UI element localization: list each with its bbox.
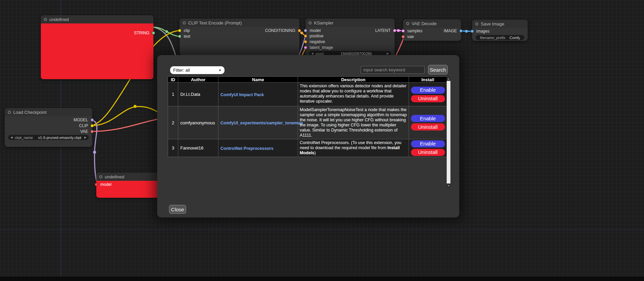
node-title: undefined [105,174,124,179]
cell-id: 1 [168,83,178,106]
slot-label: positive [310,34,324,38]
output-slot-latent: LATENT [306,28,395,33]
slot-label: LATENT [375,28,391,33]
link-midpoint-dot [165,30,168,33]
custom-nodes-dialog: Filter: all ▼ Search ID Author Name Desc… [157,55,459,217]
table-row: 1 Dr.Lt.Data ComfyUI Impact Pack This ex… [168,83,447,106]
node-title: undefined [49,17,69,22]
filter-select[interactable]: Filter: all ▼ [170,66,225,74]
node-clip-text-encode[interactable]: CLIP Text Encode (Prompt) clip text COND… [180,19,299,55]
slot-label: CLIP [79,123,88,128]
cell-author: Fannovel16 [178,139,218,157]
scroll-down-icon[interactable]: ▼ [447,183,450,188]
input-pin-vae[interactable] [401,35,405,38]
input-pin-images[interactable] [470,30,474,33]
widget-value[interactable]: ComfyUI [510,36,520,40]
output-pin-clip[interactable] [90,124,94,127]
increment-arrow-icon[interactable]: ▶ [387,52,389,55]
input-pin-negative[interactable] [304,40,307,43]
next-arrow-icon[interactable]: ▶ [84,136,86,139]
node-title-bar[interactable]: VAE Decode [403,19,461,28]
node-title: KSampler [314,20,333,25]
link-midpoint-dot [134,105,137,108]
table-row: 2 comfyanonymous ComfyUI_experiments/sam… [168,106,447,139]
link-midpoint-dot [93,151,96,154]
widget-label: ckpt_name [15,136,33,140]
input-pin-positive[interactable] [304,34,307,38]
extension-link[interactable]: ControlNet Preprocessors [220,146,274,151]
output-pin-model[interactable] [90,118,94,122]
node-save-image[interactable]: Save Image images filename_prefix ComfyU… [472,20,528,41]
input-pin-text[interactable] [178,35,181,38]
enable-button[interactable]: Enable [411,115,445,122]
cell-install: Enable Uninstall [409,139,447,157]
output-pin-conditioning[interactable] [298,29,301,32]
output-pin-string[interactable] [152,31,155,35]
search-input[interactable] [361,66,425,74]
widget-value[interactable]: v1-5-pruned-emaonly.ckpt [38,136,81,140]
output-pin-image[interactable] [459,29,463,33]
output-slot-conditioning: CONDITIONING [180,28,299,33]
collapse-dot-icon[interactable] [309,21,312,24]
cell-id: 2 [168,106,178,139]
slot-label: MODEL [73,118,88,122]
collapse-dot-icon[interactable] [8,111,11,114]
collapse-dot-icon[interactable] [475,22,478,25]
search-button[interactable]: Search [428,65,448,74]
link-midpoint-dot [300,32,303,34]
node-undefined-top[interactable]: undefined STRING [41,15,153,79]
enable-button[interactable]: Enable [411,87,445,94]
filename-prefix-widget[interactable]: filename_prefix ComfyUI [476,35,524,40]
node-graph-canvas[interactable]: undefined STRING CLIP Text Encode (Promp… [0,0,644,281]
description-text: ModelSamplerTonemapNoiseTest a node that… [300,107,407,138]
slot-label: IMAGE [444,29,457,33]
close-button[interactable]: Close [169,205,186,214]
cell-name: ComfyUI Impact Pack [218,83,298,106]
output-pin-latent[interactable] [393,29,396,32]
node-load-checkpoint[interactable]: Load Checkpoint MODEL CLIP VAE ◀ ckpt_na… [5,108,92,147]
cell-name: ComfyUI_experiments/sampler_tonemap [218,106,298,139]
header-install: Install [409,77,447,83]
node-title: VAE Decode [412,21,436,26]
input-pin-latent-image[interactable] [304,46,307,49]
scroll-up-icon[interactable]: ▲ [447,76,450,81]
input-pin-model[interactable] [95,183,98,186]
ckpt-name-widget[interactable]: ◀ ckpt_name v1-5-pruned-emaonly.ckpt ▶ [8,135,89,140]
collapse-dot-icon[interactable] [44,18,47,21]
node-title-bar[interactable]: Load Checkpoint [5,108,92,116]
node-title-bar[interactable]: KSampler [306,19,395,27]
description-text: ControlNet Preprocessors. (To use this e… [300,140,401,150]
node-ksampler[interactable]: KSampler model positive negative latent_… [306,19,395,59]
output-pin-vae[interactable] [90,130,94,133]
extension-link[interactable]: ComfyUI Impact Pack [220,92,264,97]
extension-link[interactable]: ComfyUI_experiments/sampler_tonemap [220,121,303,125]
uninstall-button[interactable]: Uninstall [411,95,445,102]
extensions-table: ID Author Name Description Install 1 Dr.… [168,76,447,157]
node-vae-decode[interactable]: VAE Decode samples vae IMAGE [403,19,461,41]
collapse-dot-icon[interactable] [99,175,102,178]
input-slot-positive: positive [306,34,395,38]
output-slot-vae: VAE [5,129,92,134]
table-scrollbar[interactable]: ▲ ▼ [447,76,450,188]
uninstall-button[interactable]: Uninstall [411,123,445,130]
decrement-arrow-icon[interactable]: ◀ [311,52,313,55]
node-title-bar[interactable]: Save Image [472,20,528,28]
slot-label: negative [310,39,325,44]
input-slot-images: images [472,29,528,34]
header-author: Author [178,77,218,83]
cell-id: 3 [168,139,178,157]
node-title-bar[interactable]: undefined [41,15,153,23]
uninstall-button[interactable]: Uninstall [411,149,445,156]
cell-name: ControlNet Preprocessors [218,139,298,157]
prev-arrow-icon[interactable]: ◀ [11,136,13,139]
collapse-dot-icon[interactable] [183,21,186,24]
cell-description: ControlNet Preprocessors. (To use this e… [298,139,409,157]
output-slot-image: IMAGE [403,29,461,33]
cell-install: Enable Uninstall [409,106,447,139]
collapse-dot-icon[interactable] [406,22,409,25]
canvas-guide-horizontal [0,230,644,230]
scrollbar-thumb[interactable] [447,81,450,183]
enable-button[interactable]: Enable [411,140,445,147]
node-title-bar[interactable]: CLIP Text Encode (Prompt) [180,19,299,27]
output-slot-string: STRING [41,31,153,35]
